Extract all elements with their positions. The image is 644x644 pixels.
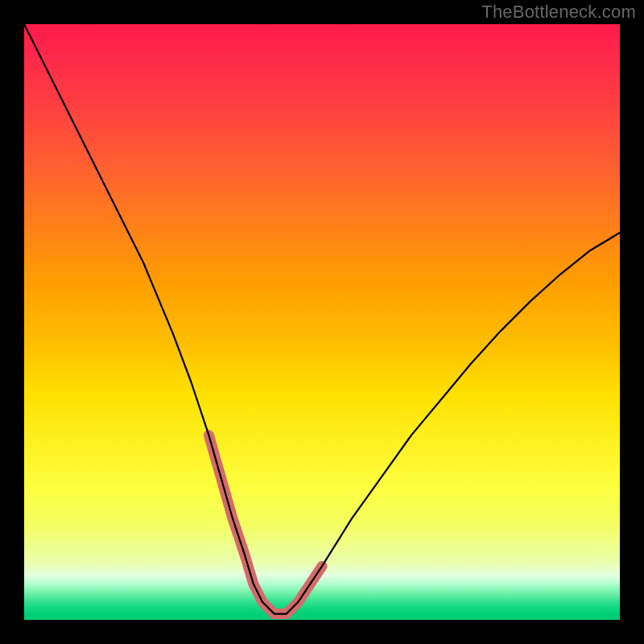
bottleneck-curve-path (24, 24, 620, 614)
chart-frame: TheBottleneck.com (0, 0, 644, 644)
optimal-band-path (208, 436, 322, 614)
chart-svg (24, 24, 620, 620)
watermark-text: TheBottleneck.com (481, 2, 636, 23)
plot-area (24, 24, 620, 620)
